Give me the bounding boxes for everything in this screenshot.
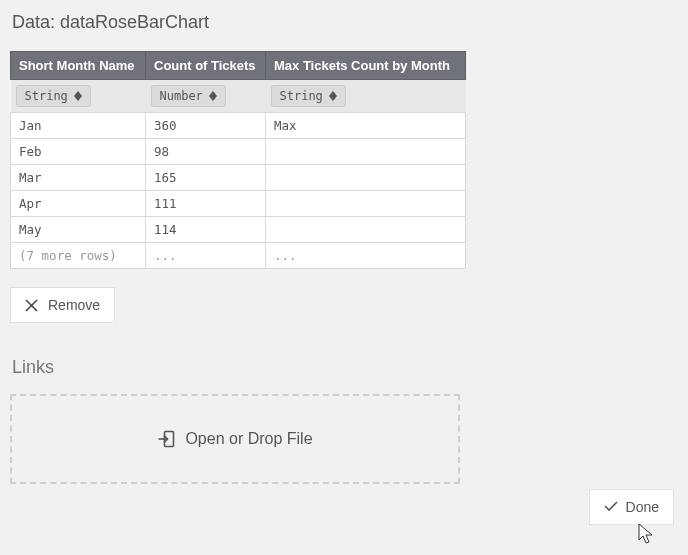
data-preview-table: Short Month Name Count of Tickets Max Ti… xyxy=(10,51,466,269)
table-type-row: String Number String xyxy=(11,80,466,113)
column-type-selector[interactable]: Number xyxy=(151,85,226,107)
dropzone-label: Open or Drop File xyxy=(185,430,312,448)
sort-icon xyxy=(74,91,82,101)
cell xyxy=(266,217,466,243)
cell: Apr xyxy=(11,191,146,217)
table-row: Jan 360 Max xyxy=(11,113,466,139)
table-row: May 114 xyxy=(11,217,466,243)
cell: 114 xyxy=(146,217,266,243)
column-type-selector[interactable]: String xyxy=(271,85,346,107)
done-label: Done xyxy=(626,499,659,515)
done-button[interactable]: Done xyxy=(589,489,674,525)
cell: 98 xyxy=(146,139,266,165)
cell xyxy=(266,191,466,217)
column-type-selector[interactable]: String xyxy=(16,85,91,107)
table-row: Apr 111 xyxy=(11,191,466,217)
cell: May xyxy=(11,217,146,243)
remove-label: Remove xyxy=(48,297,100,313)
column-header: Short Month Name xyxy=(11,52,146,80)
links-section-title: Links xyxy=(12,357,678,378)
table-row: Mar 165 xyxy=(11,165,466,191)
sort-icon xyxy=(209,91,217,101)
column-header: Count of Tickets xyxy=(146,52,266,80)
mouse-cursor-icon xyxy=(638,523,654,549)
cell: Max xyxy=(266,113,466,139)
cell-more: ... xyxy=(146,243,266,269)
table-row: Feb 98 xyxy=(11,139,466,165)
close-icon xyxy=(25,299,38,312)
check-icon xyxy=(604,499,618,515)
cell-more: (7 more rows) xyxy=(11,243,146,269)
table-row-more: (7 more rows) ... ... xyxy=(11,243,466,269)
sort-icon xyxy=(329,91,337,101)
cell-more: ... xyxy=(266,243,466,269)
open-or-drop-file-zone[interactable]: Open or Drop File xyxy=(10,394,460,484)
cell: 111 xyxy=(146,191,266,217)
open-file-icon xyxy=(157,430,175,448)
cell: Feb xyxy=(11,139,146,165)
cell: Jan xyxy=(11,113,146,139)
cell xyxy=(266,165,466,191)
svg-marker-10 xyxy=(639,524,652,543)
remove-button[interactable]: Remove xyxy=(10,287,115,323)
cell: 165 xyxy=(146,165,266,191)
column-type-label: Number xyxy=(160,89,203,103)
svg-marker-5 xyxy=(329,96,337,101)
svg-marker-1 xyxy=(74,96,82,101)
cell: Mar xyxy=(11,165,146,191)
cell xyxy=(266,139,466,165)
data-section-title: Data: dataRoseBarChart xyxy=(12,12,678,33)
column-header: Max Tickets Count by Month xyxy=(266,52,466,80)
cell: 360 xyxy=(146,113,266,139)
column-type-label: String xyxy=(25,89,68,103)
table-header-row: Short Month Name Count of Tickets Max Ti… xyxy=(11,52,466,80)
svg-marker-3 xyxy=(209,96,217,101)
column-type-label: String xyxy=(280,89,323,103)
